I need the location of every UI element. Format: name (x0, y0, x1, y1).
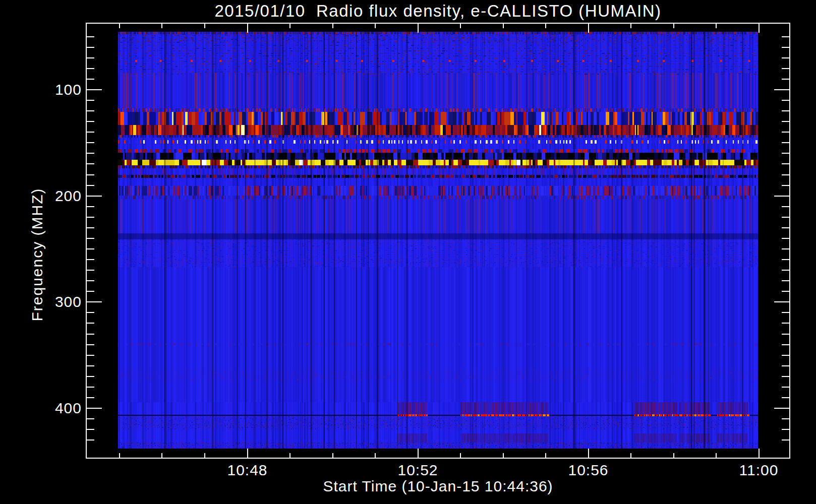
tick (782, 312, 789, 313)
plot-area (86, 23, 790, 459)
tick (782, 248, 789, 249)
x-tick-label: 10:48 (227, 462, 267, 479)
tick (782, 121, 789, 122)
tick (289, 453, 290, 458)
tick (87, 301, 102, 302)
tick (782, 376, 789, 377)
tick (418, 449, 419, 458)
tick (87, 206, 94, 207)
tick (503, 24, 504, 28)
tick (87, 142, 94, 143)
tick (782, 355, 789, 356)
tick (87, 121, 94, 122)
tick (774, 196, 789, 197)
tick (87, 132, 94, 133)
tick (460, 453, 461, 458)
tick (782, 227, 789, 228)
tick (782, 387, 789, 388)
tick (673, 453, 674, 458)
tick (87, 334, 94, 335)
tick (673, 24, 674, 28)
tick (87, 217, 94, 218)
tick (759, 24, 760, 33)
tick (332, 24, 333, 28)
tick (375, 24, 376, 28)
tick (782, 163, 789, 164)
tick (460, 24, 461, 28)
tick (774, 408, 789, 409)
tick (782, 238, 789, 239)
tick (87, 376, 94, 377)
tick (588, 24, 589, 33)
tick (87, 418, 94, 419)
tick (87, 312, 94, 313)
tick (782, 334, 789, 335)
tick (716, 24, 717, 28)
spectrogram-canvas (118, 32, 758, 449)
y-tick-label: 400 (26, 400, 82, 417)
tick (782, 153, 789, 154)
tick (782, 280, 789, 281)
tick (204, 453, 205, 458)
tick (87, 174, 94, 175)
tick (87, 68, 94, 69)
tick (503, 453, 504, 458)
tick (87, 196, 102, 197)
tick (782, 100, 789, 101)
tick (716, 453, 717, 458)
x-axis-title: Start Time (10-Jan-15 10:44:36) (86, 478, 790, 495)
tick (782, 217, 789, 218)
tick (87, 110, 94, 111)
tick (782, 142, 789, 143)
tick (782, 47, 789, 48)
tick (87, 47, 94, 48)
tick (782, 185, 789, 186)
tick (774, 301, 789, 302)
tick (782, 397, 789, 398)
tick (87, 89, 102, 90)
tick (87, 153, 94, 154)
tick (759, 449, 760, 458)
tick (782, 132, 789, 133)
y-tick-label: 100 (26, 81, 82, 98)
tick (782, 365, 789, 366)
spectrogram-screen: 2015/01/10 Radio flux density, e-CALLIST… (0, 0, 816, 504)
chart-title: 2015/01/10 Radio flux density, e-CALLIST… (86, 2, 790, 21)
tick (87, 270, 94, 271)
tick (87, 344, 94, 345)
tick (87, 227, 94, 228)
tick (774, 89, 789, 90)
x-tick-label: 10:52 (397, 462, 438, 479)
x-tick-label: 10:56 (568, 462, 608, 479)
tick (204, 24, 205, 28)
tick (782, 429, 789, 430)
tick (588, 449, 589, 458)
tick (87, 259, 94, 260)
tick (87, 248, 94, 249)
tick (87, 163, 94, 164)
tick (87, 185, 94, 186)
x-tick-label: 11:00 (739, 462, 779, 479)
tick (782, 110, 789, 111)
tick (87, 100, 94, 101)
tick (782, 36, 789, 37)
tick (87, 365, 94, 366)
tick (161, 453, 162, 458)
tick (782, 344, 789, 345)
tick (87, 291, 94, 292)
tick (782, 439, 789, 440)
tick (87, 387, 94, 388)
tick (247, 24, 248, 33)
tick (332, 453, 333, 458)
tick (87, 429, 94, 430)
tick (782, 270, 789, 271)
tick (630, 453, 631, 458)
tick (87, 397, 94, 398)
tick (782, 79, 789, 80)
tick (630, 24, 631, 28)
tick (119, 24, 120, 28)
tick (87, 57, 94, 58)
tick (87, 323, 94, 324)
tick (87, 36, 94, 37)
tick (87, 79, 94, 80)
